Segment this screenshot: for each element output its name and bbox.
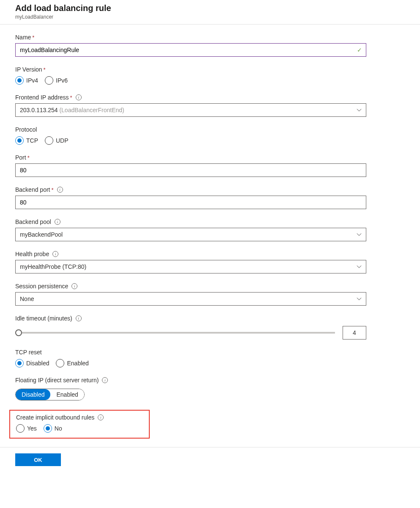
frontend-ip-value-name: (LoadBalancerFrontEnd) <box>58 107 124 113</box>
health-probe-value: myHealthProbe (TCP:80) <box>20 263 357 270</box>
required-indicator: * <box>52 187 54 193</box>
tcp-reset-disabled-radio[interactable]: Disabled <box>15 359 49 367</box>
slider-thumb-icon[interactable] <box>15 329 22 336</box>
ipv6-radio[interactable]: IPv6 <box>45 76 68 85</box>
page-title: Add load balancing rule <box>15 3 420 13</box>
required-indicator: * <box>32 34 34 41</box>
idle-timeout-label: Idle timeout (minutes) <box>15 315 72 322</box>
backend-pool-group: Backend pool i myBackendPool <box>15 218 366 241</box>
required-indicator: * <box>70 94 72 101</box>
idle-timeout-slider[interactable] <box>15 332 335 334</box>
port-input[interactable] <box>15 163 366 177</box>
tcp-reset-enabled-label: Enabled <box>67 360 88 367</box>
radio-icon <box>15 359 24 367</box>
floating-ip-enabled-option[interactable]: Enabled <box>50 389 84 400</box>
udp-label: UDP <box>56 137 69 144</box>
page-header: Add load balancing rule myLoadBalancer <box>0 0 420 25</box>
implicit-outbound-no-radio[interactable]: No <box>44 424 62 433</box>
chevron-down-icon <box>357 108 362 113</box>
form-content: Name * ✓ IP Version * IPv4 IPv6 Frontend <box>0 25 420 447</box>
floating-ip-group: Floating IP (direct server return) i Dis… <box>15 377 366 400</box>
implicit-outbound-no-label: No <box>55 425 62 432</box>
name-input[interactable] <box>15 43 366 57</box>
frontend-ip-value-ip: 203.0.113.254 <box>20 107 58 113</box>
page-subtitle: myLoadBalancer <box>15 14 420 20</box>
idle-timeout-group: Idle timeout (minutes) i 4 <box>15 315 366 340</box>
session-persistence-value: None <box>20 295 357 302</box>
radio-icon <box>45 136 53 145</box>
info-icon[interactable]: i <box>98 414 104 420</box>
required-indicator: * <box>44 66 46 73</box>
frontend-ip-label: Frontend IP address <box>15 94 69 101</box>
backend-port-input[interactable] <box>15 196 366 209</box>
radio-icon <box>56 359 64 367</box>
ok-button[interactable]: OK <box>15 453 61 466</box>
health-probe-group: Health probe i myHealthProbe (TCP:80) <box>15 251 366 273</box>
info-icon[interactable]: i <box>71 283 77 289</box>
name-label: Name <box>15 34 31 41</box>
floating-ip-label: Floating IP (direct server return) <box>15 377 99 384</box>
radio-icon <box>16 424 25 433</box>
info-icon[interactable]: i <box>102 377 108 383</box>
tcp-radio[interactable]: TCP <box>15 136 38 145</box>
chevron-down-icon <box>357 264 362 269</box>
ip-version-group: IP Version * IPv4 IPv6 <box>15 66 366 85</box>
floating-ip-disabled-option[interactable]: Disabled <box>16 389 50 400</box>
tcp-reset-group: TCP reset Disabled Enabled <box>15 349 366 367</box>
ipv4-radio[interactable]: IPv4 <box>15 76 38 85</box>
session-persistence-label: Session persistence <box>15 283 68 290</box>
tcp-reset-disabled-label: Disabled <box>26 360 49 367</box>
implicit-outbound-yes-label: Yes <box>27 425 37 432</box>
info-icon[interactable]: i <box>76 94 82 100</box>
implicit-outbound-yes-radio[interactable]: Yes <box>16 424 37 433</box>
ipv6-label: IPv6 <box>56 77 68 84</box>
backend-port-label: Backend port <box>15 186 50 193</box>
chevron-down-icon <box>357 296 362 301</box>
backend-pool-label: Backend pool <box>15 218 51 225</box>
frontend-ip-select[interactable]: 203.0.113.254 (LoadBalancerFrontEnd) <box>15 103 366 117</box>
health-probe-select[interactable]: myHealthProbe (TCP:80) <box>15 260 366 273</box>
implicit-outbound-label: Create implicit outbound rules <box>16 414 94 421</box>
session-persistence-group: Session persistence i None <box>15 283 366 306</box>
session-persistence-select[interactable]: None <box>15 292 366 306</box>
port-group: Port * <box>15 154 366 177</box>
idle-timeout-value[interactable]: 4 <box>343 326 366 340</box>
radio-icon <box>44 424 52 433</box>
info-icon[interactable]: i <box>57 187 63 193</box>
protocol-group: Protocol TCP UDP <box>15 126 366 145</box>
floating-ip-toggle: Disabled Enabled <box>15 389 85 400</box>
footer: OK <box>0 447 420 472</box>
frontend-ip-group: Frontend IP address * i 203.0.113.254 (L… <box>15 94 366 117</box>
chevron-down-icon <box>357 232 362 237</box>
info-icon[interactable]: i <box>55 219 60 225</box>
name-group: Name * ✓ <box>15 34 366 57</box>
ip-version-label: IP Version <box>15 66 42 73</box>
check-icon: ✓ <box>357 47 362 53</box>
radio-icon <box>15 76 24 85</box>
tcp-reset-enabled-radio[interactable]: Enabled <box>56 359 88 367</box>
backend-port-group: Backend port * i <box>15 186 366 209</box>
backend-pool-value: myBackendPool <box>20 231 357 238</box>
tcp-reset-label: TCP reset <box>15 349 42 356</box>
radio-icon <box>15 136 24 145</box>
protocol-label: Protocol <box>15 126 37 133</box>
tcp-label: TCP <box>26 137 38 144</box>
port-label: Port <box>15 154 26 161</box>
info-icon[interactable]: i <box>52 251 58 257</box>
backend-pool-select[interactable]: myBackendPool <box>15 228 366 241</box>
implicit-outbound-highlight: Create implicit outbound rules i Yes No <box>9 410 150 439</box>
health-probe-label: Health probe <box>15 251 49 257</box>
ipv4-label: IPv4 <box>26 77 38 84</box>
info-icon[interactable]: i <box>76 315 82 321</box>
radio-icon <box>45 76 53 85</box>
udp-radio[interactable]: UDP <box>45 136 69 145</box>
required-indicator: * <box>27 155 30 161</box>
